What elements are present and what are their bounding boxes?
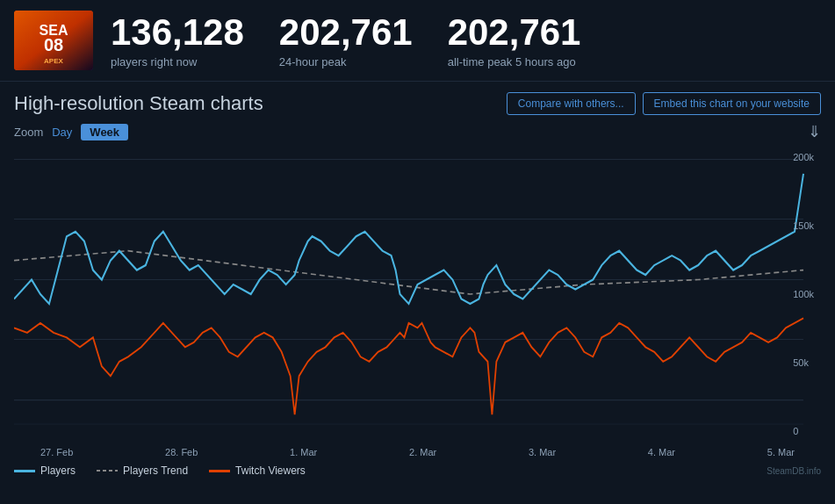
legend-players-line	[14, 470, 35, 472]
y-axis-labels: 200k 150k 100k 50k 0	[793, 145, 814, 443]
x-label-5mar: 5. Mar	[767, 447, 795, 457]
x-label-3mar: 3. Mar	[529, 447, 556, 457]
chart-title: High-resolution Steam charts	[14, 92, 263, 115]
x-label-2mar: 2. Mar	[409, 447, 436, 457]
legend-twitch-label: Twitch Viewers	[235, 464, 306, 477]
legend-twitch-line	[209, 470, 230, 472]
24h-peak-label: 24-hour peak	[279, 55, 413, 68]
y-label-100k: 100k	[793, 289, 814, 299]
zoom-label: Zoom	[14, 126, 43, 139]
stats-container: 136,128 players right now 202,761 24-hou…	[111, 12, 821, 68]
zoom-download-row: Zoom Day Week ⇓	[14, 122, 821, 141]
y-label-0: 0	[793, 426, 814, 436]
game-thumbnail: SEA 08 APEX	[14, 11, 93, 70]
watermark: SteamDB.info	[767, 466, 821, 476]
chart-buttons: Compare with others... Embed this chart …	[507, 92, 821, 115]
x-label-4mar: 4. Mar	[648, 447, 675, 457]
legend-players-label: Players	[40, 464, 76, 477]
legend-trend: Players Trend	[97, 464, 188, 477]
download-icon[interactable]: ⇓	[808, 122, 821, 141]
players-now-number: 136,128	[111, 12, 244, 53]
chart-header: High-resolution Steam charts Compare wit…	[14, 92, 821, 115]
legend: Players Players Trend Twitch Viewers Ste…	[14, 459, 821, 480]
x-label-28feb: 28. Feb	[165, 447, 198, 457]
zoom-week-button[interactable]: Week	[81, 124, 128, 140]
24h-peak-number: 202,761	[279, 12, 413, 53]
svg-text:08: 08	[44, 35, 63, 54]
legend-twitch: Twitch Viewers	[209, 464, 306, 477]
chart-area: 200k 150k 100k 50k 0	[14, 145, 821, 443]
stat-players-now: 136,128 players right now	[111, 12, 244, 68]
x-label-27feb: 27. Feb	[40, 447, 73, 457]
y-label-150k: 150k	[793, 220, 814, 231]
x-label-1mar: 1. Mar	[290, 447, 317, 457]
y-label-200k: 200k	[793, 152, 814, 162]
zoom-day-button[interactable]: Day	[43, 124, 81, 140]
embed-button[interactable]: Embed this chart on your website	[643, 92, 821, 115]
chart-section: High-resolution Steam charts Compare wit…	[0, 82, 835, 480]
chart-wrapper: 200k 150k 100k 50k 0 27. Feb 28. Feb 1. …	[14, 145, 821, 480]
alltime-peak-label: all-time peak 5 hours ago	[448, 55, 581, 68]
svg-text:APEX: APEX	[44, 57, 63, 65]
legend-players: Players	[14, 464, 76, 477]
legend-trend-label: Players Trend	[123, 464, 188, 477]
legend-trend-icon	[97, 467, 118, 474]
players-now-label: players right now	[111, 55, 244, 68]
stat-24h-peak: 202,761 24-hour peak	[279, 12, 413, 68]
x-axis: 27. Feb 28. Feb 1. Mar 2. Mar 3. Mar 4. …	[14, 443, 821, 459]
header: SEA 08 APEX 136,128 players right now 20…	[0, 0, 835, 82]
alltime-peak-number: 202,761	[448, 12, 581, 53]
y-label-50k: 50k	[793, 357, 814, 368]
chart-svg	[14, 145, 821, 443]
stat-alltime-peak: 202,761 all-time peak 5 hours ago	[448, 12, 581, 68]
compare-button[interactable]: Compare with others...	[507, 92, 636, 115]
